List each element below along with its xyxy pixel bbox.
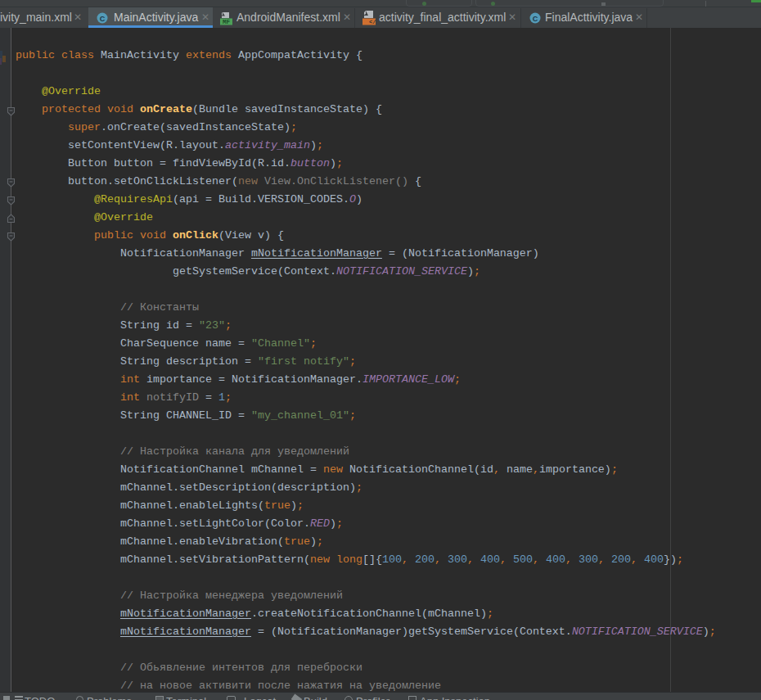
svg-text:C: C <box>100 15 106 23</box>
svg-text:C: C <box>533 15 538 23</box>
svg-text:</>: </> <box>369 19 376 25</box>
svg-text:MF: MF <box>223 19 231 25</box>
